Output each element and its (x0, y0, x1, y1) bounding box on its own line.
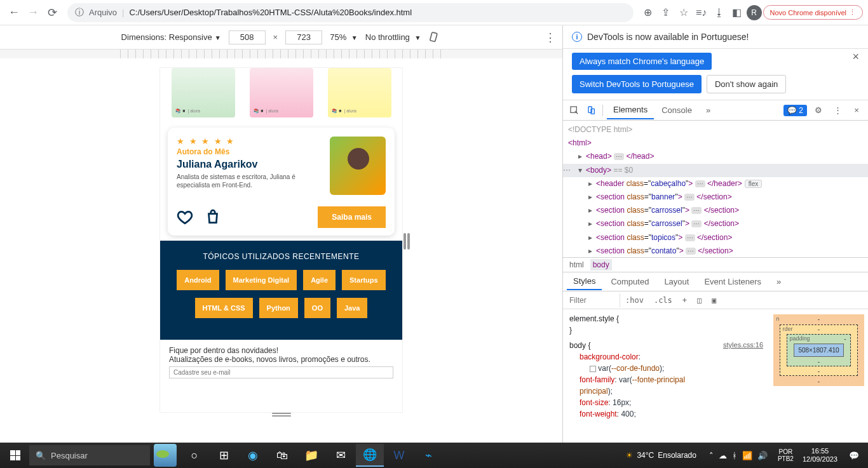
newsletter-title: Fique por dentro das novidades! (169, 346, 393, 355)
box-model[interactable]: n - rder - padding - 508×1807.410 - - - (770, 309, 868, 443)
task-view-icon[interactable]: ⊞ (210, 444, 238, 467)
playlist-icon[interactable]: ≡♪ (693, 4, 710, 21)
devtools-tabs: Elements Console » 💬2 ⚙ ⋮ × (563, 100, 868, 121)
rendered-page[interactable]: 📚◾ | alura 📚◾ | alura 📚◾ | alura ★ ★ ★ ★… (160, 68, 402, 412)
share-icon[interactable]: ⇪ (658, 4, 674, 21)
tab-layout[interactable]: Layout (658, 274, 695, 290)
cls-toggle[interactable]: .cls (649, 293, 677, 307)
inspect-icon[interactable] (567, 103, 582, 118)
forward-button[interactable]: → (24, 4, 42, 22)
back-button[interactable]: ← (5, 4, 23, 22)
hov-toggle[interactable]: :hov (620, 293, 649, 307)
toggle-sidebar-icon[interactable]: ▣ (707, 293, 721, 307)
device-mode-panel: Dimensions: Responsive▼ × 75% ▼ No throt… (0, 25, 563, 443)
styles-tabs: Styles Computed Layout Event Listeners » (563, 272, 868, 291)
cortana-icon[interactable]: ○ (180, 444, 208, 467)
topic-button[interactable]: OO (304, 298, 330, 318)
rotate-icon[interactable] (428, 31, 441, 44)
tab-console[interactable]: Console (655, 102, 698, 119)
newsletter-email-input[interactable] (169, 366, 393, 378)
address-url: C:/Users/User/Desktop/Trabalhos%20HTML-C… (129, 8, 412, 17)
zoom-icon[interactable]: ⊕ (640, 4, 656, 21)
notice-text: DevTools is now available in Portuguese! (587, 32, 749, 42)
book-cover[interactable]: 📚◾ | alura (172, 68, 235, 117)
language-indicator[interactable]: PORPTB2 (774, 448, 797, 462)
topic-button[interactable]: Agile (303, 270, 336, 290)
topic-button[interactable]: Java (337, 298, 367, 318)
breadcrumb-body[interactable]: body (590, 259, 612, 271)
topic-button[interactable]: HTML & CSS (195, 298, 253, 318)
tab-computed[interactable]: Computed (604, 274, 655, 290)
chrome-update-button[interactable]: Novo Chrome disponível⋮ (763, 5, 863, 20)
viewport-area: 📚◾ | alura 📚◾ | alura 📚◾ | alura ★ ★ ★ ★… (0, 58, 562, 443)
device-more-icon[interactable]: ⋮ (545, 30, 556, 44)
tab-more-styles[interactable]: » (770, 274, 787, 290)
styles-filter-bar: :hov .cls + ◫ ▣ (563, 291, 868, 309)
topic-button[interactable]: Android (177, 270, 219, 290)
breadcrumb-html[interactable]: html (569, 260, 584, 269)
styles-rules[interactable]: element.style { } body {styles.css:16 ba… (563, 309, 770, 443)
styles-filter-input[interactable] (563, 293, 620, 307)
device-toggle-icon[interactable] (583, 103, 599, 118)
bag-icon[interactable] (205, 209, 221, 225)
mail-icon[interactable]: ✉ (327, 444, 355, 467)
volume-icon: 🔊 (757, 451, 768, 460)
earth-app-icon[interactable] (151, 444, 179, 467)
profile-avatar[interactable]: R (747, 5, 762, 20)
start-button[interactable] (3, 444, 28, 467)
book-cover[interactable]: 📚◾ | alura (250, 68, 313, 117)
clock[interactable]: 16:5512/09/2023 (799, 447, 841, 464)
topic-button[interactable]: Python (259, 298, 298, 318)
svg-rect-0 (430, 32, 438, 41)
word-icon[interactable]: W (385, 444, 413, 467)
vscode-icon[interactable]: ⌁ (414, 444, 442, 467)
dont-show-button[interactable]: Don't show again (707, 75, 786, 93)
gear-icon[interactable]: ⚙ (811, 103, 826, 118)
edge-icon[interactable]: ◉ (239, 444, 267, 467)
close-devtools-icon[interactable]: × (849, 103, 864, 118)
weather-widget[interactable]: ☀34°CEnsolarado (620, 451, 703, 460)
sidepanel-icon[interactable]: ◧ (729, 4, 745, 21)
download-icon[interactable]: ⭳ (711, 4, 728, 21)
system-tray[interactable]: ˄☁ᚼ📶🔊 (704, 451, 773, 460)
tab-more[interactable]: » (700, 102, 717, 119)
chrome-icon[interactable]: 🌐 (356, 444, 384, 467)
tab-styles[interactable]: Styles (567, 273, 602, 290)
computed-icon[interactable]: ◫ (692, 293, 707, 307)
scroll-handle[interactable] (403, 233, 407, 250)
kebab-icon[interactable]: ⋮ (830, 103, 845, 118)
throttling-selector[interactable]: No throttling ▼ (365, 32, 421, 42)
topic-button[interactable]: Startups (342, 270, 386, 290)
height-input[interactable] (285, 30, 322, 44)
selected-element[interactable]: ⋯▾<body> == $0 (563, 164, 868, 177)
tab-elements[interactable]: Elements (607, 101, 654, 119)
devtools-notice: i DevTools is now available in Portugues… (563, 25, 868, 49)
switch-portuguese-button[interactable]: Switch DevTools to Portuguese (572, 75, 702, 93)
new-rule-icon[interactable]: + (677, 293, 692, 307)
chevron-up-icon: ˄ (709, 451, 714, 460)
bookmark-icon[interactable]: ☆ (675, 4, 692, 21)
learn-more-button[interactable]: Saiba mais (318, 206, 386, 228)
notifications-icon[interactable]: 💬 (843, 451, 865, 460)
explorer-icon[interactable]: 📁 (297, 444, 325, 467)
book-cover[interactable]: 📚◾ | alura (328, 68, 391, 117)
always-match-button[interactable]: Always match Chrome's language (572, 53, 712, 70)
reload-button[interactable]: ⟳ (43, 4, 61, 22)
close-icon[interactable]: × (852, 50, 859, 64)
address-divider: | (122, 8, 124, 17)
width-input[interactable] (229, 30, 266, 44)
info-icon: ⓘ (75, 7, 84, 18)
address-bar[interactable]: ⓘ Arquivo | C:/Users/User/Desktop/Trabal… (67, 3, 634, 22)
taskbar-search[interactable]: 🔍Pesquisar (29, 445, 150, 465)
newsletter-subtitle: Atualizações de e-books, novos livros, p… (169, 355, 393, 364)
elements-breadcrumb: html body (563, 257, 868, 272)
tab-events[interactable]: Event Listeners (698, 274, 768, 290)
heart-icon[interactable] (177, 209, 193, 225)
dimensions-selector[interactable]: Dimensions: Responsive▼ (121, 32, 221, 42)
resize-handle-bottom[interactable] (272, 413, 291, 416)
elements-tree[interactable]: <!DOCTYPE html> <html> ▸<head> ⋯ </head>… (563, 121, 868, 257)
topic-button[interactable]: Marketing Digital (226, 270, 297, 290)
zoom-selector[interactable]: 75% ▼ (330, 32, 358, 42)
store-icon[interactable]: 🛍 (268, 444, 296, 467)
issues-badge[interactable]: 💬2 (783, 105, 807, 116)
